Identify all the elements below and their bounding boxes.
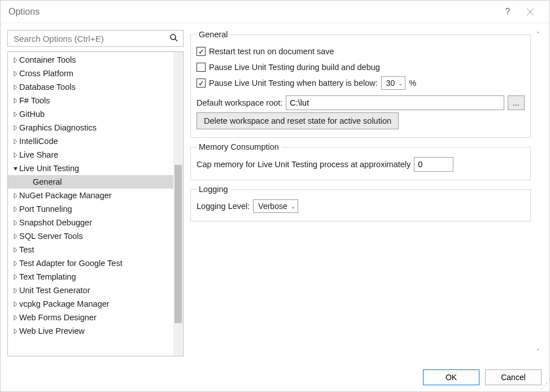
- caret-right-icon[interactable]: [11, 98, 19, 103]
- tree-scrollbar-thumb[interactable]: [174, 165, 182, 323]
- options-tree: Container ToolsCross PlatformDatabase To…: [7, 51, 184, 356]
- caret-right-icon[interactable]: [11, 247, 19, 252]
- caret-right-icon[interactable]: [11, 302, 19, 307]
- tree-item[interactable]: NuGet Package Manager: [8, 189, 173, 202]
- delete-workspace-button[interactable]: Delete workspace and reset state for act…: [197, 112, 399, 129]
- pause-build-checkbox[interactable]: [197, 63, 206, 72]
- tree-item[interactable]: Port Tunneling: [8, 202, 173, 216]
- tree-item[interactable]: Snapshot Debugger: [8, 216, 173, 229]
- tree-item[interactable]: Live Unit Testing: [8, 162, 173, 175]
- group-memory: Memory Consumption Cap memory for Live U…: [190, 142, 531, 180]
- logging-level-label: Logging Level:: [197, 202, 250, 211]
- help-icon: ?: [505, 7, 510, 17]
- caret-right-icon[interactable]: [11, 220, 19, 225]
- tree-item[interactable]: Live Share: [8, 148, 173, 162]
- tree-item[interactable]: Unit Test Generator: [8, 284, 173, 297]
- tree-item-label: Web Forms Designer: [19, 313, 97, 322]
- svg-point-2: [171, 34, 176, 40]
- tree-item-label: General: [33, 177, 62, 186]
- pause-battery-checkbox[interactable]: ✓: [197, 79, 206, 88]
- tree-item-label: Container Tools: [19, 55, 76, 64]
- logging-level-value: Verbose: [258, 202, 287, 211]
- tree-item[interactable]: General: [8, 175, 173, 189]
- tree-item-label: Snapshot Debugger: [19, 218, 92, 227]
- group-memory-legend: Memory Consumption: [197, 142, 281, 151]
- chevron-down-icon: ⌄: [398, 80, 403, 86]
- group-logging-legend: Logging: [197, 185, 230, 194]
- close-button[interactable]: [519, 1, 542, 23]
- cap-memory-input[interactable]: [414, 157, 453, 172]
- scroll-down-icon: ˅: [536, 348, 540, 355]
- titlebar: Options ?: [1, 1, 549, 23]
- tree-item[interactable]: Test Adapter for Google Test: [8, 256, 173, 270]
- tree-item[interactable]: SQL Server Tools: [8, 229, 173, 243]
- tree-item-label: Database Tools: [19, 82, 76, 92]
- tree-item[interactable]: Cross Platform: [8, 67, 173, 80]
- svg-line-3: [175, 39, 177, 41]
- group-general: General ✓ Restart test run on document s…: [190, 30, 531, 138]
- tree-item-label: Cross Platform: [19, 69, 73, 78]
- tree-item-label: Port Tunneling: [19, 204, 72, 214]
- tree-item[interactable]: Text Templating: [8, 270, 173, 284]
- battery-threshold-value: 30: [386, 79, 395, 88]
- panel-scrollbar[interactable]: ˄ ˅: [533, 30, 543, 356]
- tree-item-label: Web Live Preview: [19, 326, 85, 336]
- percent-label: %: [409, 79, 416, 88]
- chevron-down-icon: ⌄: [291, 203, 295, 210]
- search-input[interactable]: [12, 33, 169, 44]
- cancel-button[interactable]: Cancel: [485, 369, 542, 385]
- battery-threshold-combo[interactable]: 30 ⌄: [381, 76, 406, 90]
- caret-right-icon[interactable]: [11, 329, 19, 334]
- caret-right-icon[interactable]: [11, 153, 19, 158]
- tree-item[interactable]: Container Tools: [8, 53, 173, 67]
- pause-battery-label: Pause Live Unit Testing when battery is …: [209, 79, 378, 88]
- tree-item-label: Text Templating: [19, 272, 76, 281]
- tree-item[interactable]: F# Tools: [8, 94, 173, 107]
- tree-item[interactable]: Test: [8, 243, 173, 256]
- scroll-up-icon: ˄: [536, 31, 540, 38]
- tree-scrollbar[interactable]: [173, 52, 183, 356]
- caret-right-icon[interactable]: [11, 234, 19, 239]
- search-options[interactable]: [7, 30, 184, 47]
- browse-button[interactable]: ...: [508, 95, 525, 110]
- close-icon: [526, 8, 534, 16]
- tree-item-label: Test Adapter for Google Test: [19, 259, 123, 268]
- resize-grip-icon[interactable]: ⋰: [541, 382, 548, 390]
- caret-right-icon[interactable]: [11, 71, 19, 76]
- tree-item-label: vcpkg Package Manager: [19, 299, 110, 308]
- tree-item[interactable]: vcpkg Package Manager: [8, 297, 173, 311]
- tree-item[interactable]: Web Live Preview: [8, 324, 173, 338]
- restart-checkbox[interactable]: ✓: [197, 47, 206, 56]
- caret-right-icon[interactable]: [11, 288, 19, 293]
- caret-down-icon[interactable]: [11, 166, 19, 171]
- tree-item-label: IntelliCode: [19, 137, 58, 146]
- caret-right-icon[interactable]: [11, 261, 19, 266]
- caret-right-icon[interactable]: [11, 193, 19, 198]
- tree-item[interactable]: Graphics Diagnostics: [8, 121, 173, 134]
- caret-right-icon[interactable]: [11, 112, 19, 117]
- caret-right-icon[interactable]: [11, 139, 19, 144]
- tree-item-label: SQL Server Tools: [19, 232, 83, 241]
- group-general-legend: General: [197, 30, 230, 39]
- restart-label: Restart test run on document save: [209, 47, 334, 56]
- tree-item-label: NuGet Package Manager: [19, 191, 112, 200]
- tree-item[interactable]: IntelliCode: [8, 134, 173, 148]
- delete-workspace-label: Delete workspace and reset state for act…: [204, 116, 391, 125]
- caret-right-icon[interactable]: [11, 207, 19, 212]
- tree-item-label: Live Unit Testing: [19, 164, 79, 173]
- group-logging: Logging Logging Level: Verbose ⌄: [190, 185, 531, 221]
- caret-right-icon[interactable]: [11, 125, 19, 130]
- logging-level-combo[interactable]: Verbose ⌄: [253, 199, 298, 213]
- workspace-root-input[interactable]: [286, 95, 504, 110]
- caret-right-icon[interactable]: [11, 58, 19, 63]
- help-button[interactable]: ?: [496, 1, 519, 23]
- tree-item[interactable]: Web Forms Designer: [8, 311, 173, 324]
- caret-right-icon[interactable]: [11, 85, 19, 90]
- ok-button[interactable]: OK: [423, 369, 479, 385]
- tree-item[interactable]: Database Tools: [8, 80, 173, 94]
- tree-item-label: Unit Test Generator: [19, 286, 90, 295]
- search-icon: [169, 33, 178, 44]
- caret-right-icon[interactable]: [11, 315, 19, 320]
- caret-right-icon[interactable]: [11, 275, 19, 280]
- tree-item[interactable]: GitHub: [8, 107, 173, 121]
